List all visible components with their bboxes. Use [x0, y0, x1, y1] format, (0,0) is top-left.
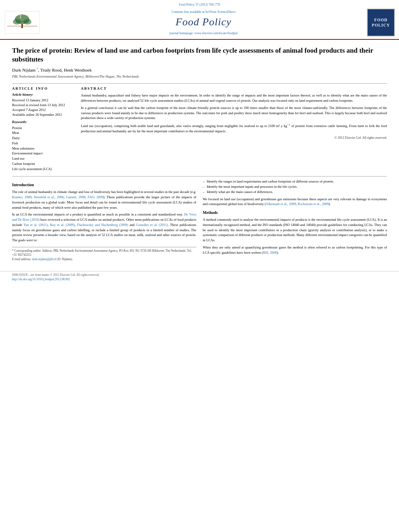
keyword-carbon-footprint: Carbon footprint: [12, 161, 74, 166]
methods-heading: Methods: [203, 210, 387, 216]
footnote-star: * Corresponding author. Address: PBL Net…: [12, 249, 192, 257]
sciverse-text: Contents lists available at: [172, 10, 206, 14]
keyword-meat: Meat: [12, 130, 74, 136]
doi-link[interactable]: http://dx.doi.org/10.1016/j.foodpol.2012…: [12, 277, 70, 281]
revised-date: Received in revised form 13 July 2012: [12, 103, 65, 107]
authors-text: Durk Nijdam *, Trudy Rood, Henk Westhoek: [12, 68, 92, 72]
page: Food Policy 37 (2012) 760–770 ELSEVIER: [0, 0, 399, 532]
bottom-bar: 0306-9192/$ – see front matter © 2012 El…: [0, 271, 399, 283]
journal-title-block: Contents lists available at SciVerse Sci…: [40, 10, 367, 35]
article-title: The price of protein: Review of land use…: [12, 46, 387, 64]
body-divider: [12, 176, 387, 177]
intro-para-2: In an LCA the environmental impacts of a…: [12, 212, 196, 243]
keyword-protein: Protein: [12, 125, 74, 131]
top-bar-text: Food Policy 37 (2012) 760–770: [179, 3, 220, 6]
elsevier-logo: ELSEVIER: [4, 10, 40, 35]
elsevier-logo-svg: ELSEVIER: [4, 10, 40, 35]
introduction-heading: Introduction: [12, 182, 196, 188]
sciverse-line: Contents lists available at SciVerse Sci…: [40, 10, 367, 14]
available-date: Available online 26 September 2012: [12, 113, 62, 117]
goal-item-2: Identify the most important inputs and p…: [203, 184, 387, 189]
link-yan[interactable]: Yan et al. (2011): [23, 223, 47, 227]
methods-para-2: When they are only aimed at quantifying …: [203, 245, 387, 255]
intro-para-1: The role of animal husbandry in climate …: [12, 189, 196, 210]
footnote-divider: [12, 247, 196, 247]
journal-main-title: Food Policy: [40, 15, 367, 29]
keywords-list: Protein Meat Dairy Fish Meat substitutes…: [12, 125, 74, 172]
keywords-label: Keywords:: [12, 120, 74, 125]
body-right: Identify the ranges in land requirements…: [203, 179, 387, 261]
journal-header: Food Policy 37 (2012) 760–770 ELSEVIER: [0, 0, 399, 40]
homepage-url[interactable]: www.elsevier.com/locate/foodpol: [194, 31, 237, 35]
link-bsi[interactable]: BSI, 2008: [263, 251, 277, 255]
article-info: ARTICLE INFO Article history: Received 1…: [12, 86, 74, 172]
link-roy[interactable]: Roy et al. (2009): [50, 223, 75, 227]
keyword-env-impact: Environmental impact: [12, 151, 74, 156]
journal-homepage: journal homepage: www.elsevier.com/locat…: [40, 31, 367, 35]
article-body: The price of protein: Review of land use…: [0, 40, 399, 268]
svg-point-3: [13, 19, 21, 25]
svg-rect-6: [7, 26, 37, 27]
keyword-dairy: Dairy: [12, 136, 74, 141]
goals-list: Identify the ranges in land requirements…: [203, 179, 387, 194]
badge-food: FOOD: [374, 17, 388, 23]
article-info-title: ARTICLE INFO: [12, 86, 74, 91]
keyword-lca: Life cycle assessment (LCA): [12, 166, 74, 172]
top-bar: Food Policy 37 (2012) 760–770: [0, 2, 399, 7]
link-fao[interactable]: FAO, 2009: [88, 195, 103, 199]
info-abstract-divider: [12, 83, 387, 84]
footnote: * Corresponding author. Address: PBL Net…: [12, 249, 196, 262]
food-policy-badge: FOOD POLICY: [367, 8, 395, 37]
abstract-para-1: Animal husbandry, aquaculture and fisher…: [81, 93, 387, 103]
link-devries[interactable]: De Vries and De Boer (2010): [12, 212, 196, 222]
homepage-label: journal homepage:: [169, 31, 194, 35]
keyword-land-use: Land use: [12, 156, 74, 161]
authors: Durk Nijdam *, Trudy Rood, Henk Westhoek: [12, 67, 387, 73]
svg-rect-7: [20, 16, 21, 18]
link-gonzalez[interactable]: González et al. (2011): [136, 223, 168, 227]
received-date: Received 13 January 2012: [12, 98, 48, 102]
badge-policy: POLICY: [372, 23, 390, 28]
article-history-label: Article history:: [12, 92, 74, 97]
svg-point-4: [23, 19, 31, 25]
keyword-fish: Fish: [12, 141, 74, 146]
methods-para-1: A method commonly used to analyse the en…: [203, 217, 387, 243]
link-steinfeld[interactable]: Steinfeld et al., 2006: [34, 195, 64, 199]
keyword-meat-substitutes: Meat substitutes: [12, 146, 74, 151]
abstract-para-2: In a general conclusion it can be said t…: [81, 105, 387, 121]
abstract-title: ABSTRACT: [81, 86, 387, 91]
article-info-text: Received 13 January 2012 Received in rev…: [12, 98, 74, 117]
body-columns: Introduction The role of animal husbandr…: [12, 179, 387, 261]
link-alkemade[interactable]: Alkemade et al., 2009: [266, 202, 296, 206]
abstract-para-3: Land use (occupation), comprising both a…: [81, 123, 387, 134]
body-left: Introduction The role of animal husbandr…: [12, 179, 196, 261]
issn-text: 0306-9192/$ – see front matter © 2012 El…: [12, 273, 99, 277]
header-content: ELSEVIER Contents lists available at Sci…: [0, 8, 399, 39]
accepted-date: Accepted 7 August 2012: [12, 108, 46, 112]
footnote-email[interactable]: durk.nijdam@pbl.nl: [32, 257, 57, 261]
sciverse-link[interactable]: SciVerse ScienceDirect: [206, 10, 236, 14]
article-abstract: ABSTRACT Animal husbandry, aquaculture a…: [81, 86, 387, 172]
info-abstract-section: ARTICLE INFO Article history: Received 1…: [12, 86, 387, 172]
link-rockstrom[interactable]: Rockstrom et al., 2009: [298, 202, 329, 206]
copyright: © 2012 Elsevier Ltd. All rights reserved…: [81, 136, 387, 140]
goal-item-3: Identify what are the main causes of dif…: [203, 189, 387, 195]
footnote-email-suffix: (D. Nijdam).: [56, 257, 72, 261]
link-flachowsky[interactable]: Flachowsky and Hachenberg (2009): [77, 223, 128, 227]
footnote-email-label: E-mail address:: [12, 257, 32, 261]
link-kramer[interactable]: Kramer, 2000: [12, 195, 31, 199]
right-para-1: We focused on land use (occupation) and …: [203, 197, 387, 207]
goal-item-1: Identify the ranges in land requirements…: [203, 179, 387, 184]
affiliation: PBL Netherlands Environmental Assessment…: [12, 74, 387, 79]
link-garnett[interactable]: Garnett, 2008: [66, 195, 85, 199]
